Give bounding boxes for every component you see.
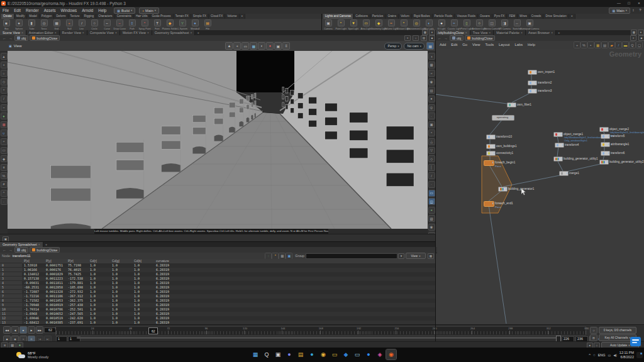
pane-menu-icon[interactable]: ▦: [422, 30, 428, 35]
network-node-attribwrangle1[interactable]: attribwrangle1: [601, 142, 610, 147]
menu-help[interactable]: Help: [96, 7, 109, 14]
group-tool-icon[interactable]: ▭: [1, 147, 8, 154]
notification-bell-icon[interactable]: [636, 352, 643, 358]
forward-arrow-icon[interactable]: →: [8, 36, 13, 40]
shelf-tab-rigid-bodies[interactable]: Rigid Bodies: [412, 14, 433, 19]
chat-icon[interactable]: ●: [284, 349, 294, 359]
measure-tool-icon[interactable]: ≈: [1, 138, 8, 145]
display-options-icon[interactable]: ≡: [282, 42, 290, 50]
pane-split-icon[interactable]: ▾: [429, 30, 435, 35]
table-row[interactable]: 10-1.703140.0010786-252.5011.01.01.06.28…: [0, 307, 435, 312]
projection-dropdown[interactable]: Persp▾: [384, 43, 402, 50]
viewport-layout-icon[interactable]: ▦: [426, 42, 434, 50]
tray-cloud-icon[interactable]: ○: [593, 353, 596, 357]
network-menu-help[interactable]: Help: [525, 41, 538, 49]
prims-class-icon[interactable]: ▦: [279, 253, 286, 260]
shelf-tab-rigging[interactable]: Rigging: [82, 14, 97, 19]
display-hulls-icon[interactable]: *: [428, 129, 435, 136]
network-node-transform5[interactable]: transform5: [601, 134, 610, 139]
pin-icon[interactable]: +: [404, 35, 411, 41]
shelf-tab-pyro-fx[interactable]: Pyro FX: [492, 14, 508, 19]
display-handle-icon[interactable]: ▭: [428, 190, 435, 197]
network-menu-add[interactable]: Add: [437, 41, 448, 49]
table-row[interactable]: 01.539180.000175175.71981.01.01.06.28319: [0, 263, 435, 268]
shelf-tool-stereo-camera[interactable]: ◫Stereo Camera: [486, 19, 498, 30]
display-slash-icon[interactable]: /: [428, 172, 435, 179]
sheet-col-Cdb[interactable]: Cd[b]: [132, 259, 154, 263]
pane-tab-render-view[interactable]: Render View×: [60, 30, 87, 35]
pane-menu-icon-right[interactable]: ▦: [631, 30, 637, 35]
shelf-tool-circle[interactable]: ○Circle: [88, 19, 101, 30]
badge-yellow-icon[interactable]: ▬: [622, 41, 629, 48]
pane-layout-icon[interactable]: ▤: [421, 35, 427, 41]
pane-max-icon[interactable]: ■: [429, 35, 435, 41]
network-node-merge1[interactable]: merge1: [559, 171, 569, 176]
camera-dropdown[interactable]: No cam▾: [404, 43, 425, 50]
shelf-tab-polygon[interactable]: Polygon: [40, 14, 55, 19]
shelf-tool-l-system[interactable]: YL-System: [176, 19, 189, 30]
shelf-tool-file[interactable]: ▤File: [201, 19, 214, 30]
keys-channels-button[interactable]: 0 keys, 0/0 channels: [599, 327, 636, 334]
curve-tool-icon[interactable]: ∪: [1, 129, 8, 136]
lattice-tool-icon[interactable]: #: [1, 181, 8, 188]
shelf-tool-grid[interactable]: ▦Grid: [50, 19, 63, 30]
select-tool-icon[interactable]: ▲: [1, 53, 8, 60]
edge-icon[interactable]: ●: [307, 349, 317, 359]
houdini-icon[interactable]: ◉: [386, 349, 396, 359]
scale-tool-icon[interactable]: ◇: [1, 79, 8, 85]
dependency-icon[interactable]: %: [580, 41, 587, 48]
shelf-tab-collisions[interactable]: Collisions: [353, 14, 370, 19]
wrench-icon[interactable]: +: [574, 41, 580, 48]
shelf-tool-camera[interactable]: ▣Camera: [322, 19, 335, 30]
pane-split-icon-right[interactable]: ▾: [638, 30, 644, 35]
display-add-icon[interactable]: +: [428, 207, 435, 214]
pane-tab-motion-fx-view[interactable]: Motion FX View×: [120, 30, 152, 35]
network-node-osm_filter1[interactable]: osm_filter1: [507, 102, 516, 107]
shelf-tab-particle-fluids[interactable]: Particle Fluids: [433, 14, 455, 19]
shelf-tab-create[interactable]: Create: [1, 14, 14, 19]
rotate-tool-icon[interactable]: ○: [1, 70, 8, 77]
menu-arnold[interactable]: Arnold: [79, 7, 96, 14]
shelf-tab-cloud-fx[interactable]: Cloud FX: [209, 14, 225, 19]
shelf-tool-metaball[interactable]: ●Metaball: [189, 19, 201, 30]
pane-tab-scene-view[interactable]: Scene View×: [0, 30, 26, 35]
table-row[interactable]: 30.1571380.0011223-172.5381.01.01.06.283…: [0, 277, 435, 281]
table-row[interactable]: 11.061660.00017676.40151.01.01.06.28319: [0, 268, 435, 272]
network-menu-tools[interactable]: Tools: [483, 41, 497, 49]
pane-tab-tree-view[interactable]: Tree View×: [470, 30, 494, 35]
pane-tab--obj-buildingclose[interactable]: /obj/buildingClose×: [435, 30, 470, 35]
node-chip[interactable]: buildingClose: [30, 35, 60, 41]
table-row[interactable]: 7-1.722160.0011186-267.3121.01.01.06.283…: [0, 294, 435, 299]
shelf-tab-hair-utils[interactable]: Hair Utils: [134, 14, 150, 19]
shelf-tab-add[interactable]: +: [569, 14, 575, 19]
network-node-building_generator_utility1[interactable]: building_generator_utility1: [553, 156, 563, 162]
vertices-class-icon[interactable]: *: [272, 253, 279, 260]
sheet-col-curvature[interactable]: curvature: [154, 259, 176, 263]
pen-icon[interactable]: /: [615, 41, 622, 48]
shelf-tool-sphere[interactable]: ●Sphere: [13, 19, 25, 30]
falloff-tool-icon[interactable]: ·: [1, 198, 8, 205]
shelf-tool-geometry-light[interactable]: ◆Geometry Light: [372, 19, 385, 30]
playhead[interactable]: 62: [148, 327, 158, 334]
help-circle-icon[interactable]: ?: [636, 8, 644, 13]
peak-tool-icon[interactable]: ^: [1, 190, 8, 197]
sheet-col-Py[interactable]: P[y]: [44, 259, 66, 263]
box-zoom-icon[interactable]: ▭: [242, 42, 249, 50]
align-tool-icon[interactable]: ≡: [1, 164, 8, 171]
pane-tab-animation-editor[interactable]: Animation Editor×: [26, 30, 60, 35]
notification-flyout-icon[interactable]: [630, 337, 641, 346]
mirror-tool-icon[interactable]: ◆: [1, 155, 8, 162]
shelf-tab-volume[interactable]: Volume: [225, 14, 239, 19]
network-node-foreach_begin1[interactable]: foreach_begin1Piece: [484, 160, 494, 166]
shelf-tool-torus[interactable]: ◎Torus: [38, 19, 50, 30]
sync-icon[interactable]: ○: [413, 35, 419, 41]
network-node-operating[interactable]: operating: [492, 115, 514, 121]
net-pin-icon[interactable]: +: [630, 35, 636, 41]
network-node-transform4[interactable]: transform4: [555, 143, 564, 148]
range-slider-handle[interactable]: [556, 336, 561, 342]
maximize-button[interactable]: □: [624, 1, 634, 6]
minimize-button[interactable]: —: [614, 1, 624, 6]
task-view-icon[interactable]: ▣: [273, 349, 283, 359]
stop-button[interactable]: ■: [19, 326, 27, 334]
select-mode-icon[interactable]: ▲: [225, 42, 233, 50]
